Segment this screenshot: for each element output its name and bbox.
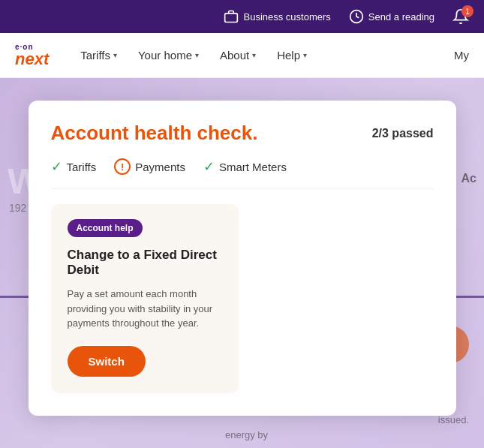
smart-meters-pass-icon: ✓ xyxy=(203,158,215,175)
check-payments-label: Payments xyxy=(135,161,185,173)
briefcase-icon xyxy=(224,9,239,24)
card-title: Change to a Fixed Direct Debit xyxy=(68,248,222,278)
tariffs-pass-icon: ✓ xyxy=(51,158,62,175)
card-description: Pay a set amount each month providing yo… xyxy=(68,287,222,331)
your-home-chevron-icon: ▾ xyxy=(195,51,199,59)
check-tariffs: ✓ Tariffs xyxy=(51,158,97,175)
payments-warn-icon: ! xyxy=(114,158,131,175)
nav-bar: e·on next Tariffs ▾ Your home ▾ About ▾ … xyxy=(0,33,484,78)
send-reading-label: Send a reading xyxy=(368,11,434,23)
check-payments: ! Payments xyxy=(114,158,185,175)
notifications-wrap[interactable]: 1 xyxy=(452,8,469,25)
tariffs-chevron-icon: ▾ xyxy=(113,51,117,59)
modal-title: Account health check. xyxy=(51,122,258,145)
notification-count: 1 xyxy=(461,5,473,17)
business-customers-link[interactable]: Business customers xyxy=(224,9,330,24)
modal-checks: ✓ Tariffs ! Payments ✓ Smart Meters xyxy=(51,158,434,189)
about-chevron-icon: ▾ xyxy=(252,51,256,59)
nav-help-label: Help xyxy=(277,49,300,62)
modal-passed: 2/3 passed xyxy=(372,127,434,140)
nav-my[interactable]: My xyxy=(454,49,469,62)
meter-icon xyxy=(349,9,364,24)
modal-overlay: Account health check. 2/3 passed ✓ Tarif… xyxy=(0,78,484,448)
nav-about[interactable]: About ▾ xyxy=(211,43,265,68)
card-tag: Account help xyxy=(68,219,143,237)
business-customers-label: Business customers xyxy=(243,11,330,23)
nav-tariffs-label: Tariffs xyxy=(80,49,110,62)
logo[interactable]: e·on next xyxy=(15,44,49,68)
nav-tariffs[interactable]: Tariffs ▾ xyxy=(71,43,126,68)
help-chevron-icon: ▾ xyxy=(303,51,307,59)
account-help-card: Account help Change to a Fixed Direct De… xyxy=(51,204,239,393)
modal-header: Account health check. 2/3 passed xyxy=(51,122,434,145)
nav-your-home-label: Your home xyxy=(138,49,192,62)
send-reading-link[interactable]: Send a reading xyxy=(349,9,434,24)
nav-my-label: My xyxy=(454,49,469,62)
check-tariffs-label: Tariffs xyxy=(67,161,97,173)
logo-next: next xyxy=(15,51,49,68)
health-check-modal: Account health check. 2/3 passed ✓ Tarif… xyxy=(29,101,456,416)
svg-rect-0 xyxy=(225,14,238,23)
switch-button[interactable]: Switch xyxy=(68,346,146,377)
check-smart-meters-label: Smart Meters xyxy=(219,161,287,173)
nav-items: Tariffs ▾ Your home ▾ About ▾ Help ▾ My xyxy=(71,43,469,68)
check-smart-meters: ✓ Smart Meters xyxy=(203,158,287,175)
nav-about-label: About xyxy=(220,49,249,62)
nav-your-home[interactable]: Your home ▾ xyxy=(129,43,208,68)
nav-help[interactable]: Help ▾ xyxy=(268,43,316,68)
top-bar: Business customers Send a reading 1 xyxy=(0,0,484,33)
